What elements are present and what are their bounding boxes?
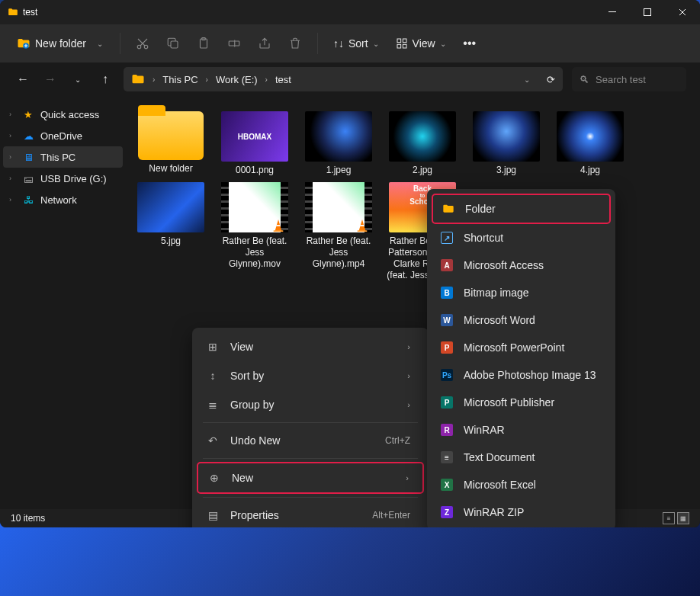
recent-button[interactable]: ⌄ — [69, 70, 87, 88]
close-button[interactable] — [665, 0, 700, 24]
zip-icon: Z — [441, 506, 453, 518]
submenu-item-microsoft-word[interactable]: WMicrosoft Word — [432, 306, 611, 334]
submenu-item-label: Microsoft Access — [464, 259, 597, 271]
file-item[interactable]: 1.jpeg — [300, 108, 377, 179]
sort-icon: ↕ — [206, 369, 220, 383]
menu-item-label: Undo New — [230, 434, 374, 447]
address-box[interactable]: › This PC › Work (E:) › test ⌄ ⟳ — [124, 67, 563, 91]
file-item[interactable]: Rather Be (feat. Jess Glynne).mov — [216, 179, 294, 284]
delete-icon[interactable] — [282, 30, 308, 57]
menu-item-new[interactable]: ⊕New› — [197, 462, 424, 494]
image-thumbnail — [389, 111, 456, 162]
chevron-right-icon[interactable]: › — [9, 132, 16, 139]
copy-icon[interactable] — [160, 30, 186, 57]
submenu-item-folder[interactable]: Folder — [432, 194, 611, 224]
view-button[interactable]: View ⌄ — [390, 37, 452, 50]
details-view-button[interactable]: ≡ — [663, 512, 675, 524]
file-item[interactable]: New folder — [132, 108, 210, 179]
sidebar-item-onedrive[interactable]: ›☁OneDrive — [3, 125, 123, 146]
chevron-right-icon[interactable]: › — [9, 196, 16, 203]
sidebar-item-usb-drive-g-[interactable]: ›🖴USB Drive (G:) — [3, 168, 123, 189]
rar-icon: R — [441, 424, 453, 436]
minimize-button[interactable] — [595, 0, 630, 24]
chevron-right-icon: › — [407, 342, 410, 351]
sort-icon: ↑↓ — [333, 37, 344, 50]
search-icon: 🔍︎ — [580, 74, 589, 85]
svg-rect-12 — [403, 44, 406, 48]
submenu-item-text-document[interactable]: ≡Text Document — [432, 444, 611, 471]
undo-icon: ↶ — [206, 434, 220, 447]
submenu-item-shortcut[interactable]: ↗Shortcut — [432, 224, 611, 252]
svg-rect-10 — [403, 39, 406, 43]
sort-label: Sort — [348, 37, 368, 50]
submenu-item-bitmap-image[interactable]: BBitmap image — [432, 279, 611, 306]
chevron-right-icon[interactable]: › — [9, 175, 16, 182]
menu-item-properties[interactable]: ▤PropertiesAlt+Enter — [197, 501, 424, 527]
submenu-item-microsoft-publisher[interactable]: PMicrosoft Publisher — [432, 389, 611, 416]
menu-item-undo-new[interactable]: ↶Undo NewCtrl+Z — [197, 426, 424, 455]
menu-item-view[interactable]: ⊞View› — [197, 332, 424, 361]
excel-icon: X — [441, 479, 453, 491]
chevron-right-icon: › — [206, 75, 208, 84]
paste-icon[interactable] — [191, 30, 217, 57]
forward-button[interactable]: → — [41, 70, 59, 88]
chevron-down-icon[interactable]: ⌄ — [524, 75, 530, 84]
folder-icon — [138, 111, 204, 160]
file-item[interactable]: 5.jpg — [132, 179, 210, 284]
file-item[interactable]: 4.jpg — [551, 108, 629, 179]
svg-rect-0 — [608, 11, 616, 12]
crumb[interactable]: This PC — [162, 74, 197, 85]
submenu-item-adobe-photoshop-image-13[interactable]: PsAdobe Photoshop Image 13 — [432, 361, 611, 389]
refresh-icon[interactable]: ⟳ — [547, 74, 555, 85]
word-icon: W — [441, 314, 453, 326]
toolbar-divider — [317, 33, 318, 54]
submenu-item-microsoft-powerpoint[interactable]: PMicrosoft PowerPoint — [432, 334, 611, 361]
menu-item-group-by[interactable]: ≣Group by› — [197, 390, 424, 419]
file-item[interactable]: Rather Be (feat. Jess Glynne).mp4 — [300, 179, 377, 284]
sidebar-item-this-pc[interactable]: ›🖥This PC — [3, 146, 123, 168]
rename-icon[interactable] — [221, 30, 247, 57]
submenu-item-label: Microsoft PowerPoint — [464, 341, 597, 354]
up-button[interactable]: ↑ — [96, 70, 114, 88]
crumb[interactable]: test — [275, 74, 291, 85]
menu-item-sort-by[interactable]: ↕Sort by› — [197, 361, 424, 390]
video-thumbnail — [305, 182, 372, 232]
addressbar: ← → ⌄ ↑ › This PC › Work (E:) › test ⌄ ⟳… — [0, 62, 700, 96]
menu-item-label: View — [230, 341, 397, 353]
svg-rect-15 — [358, 230, 368, 232]
svg-rect-5 — [171, 41, 178, 48]
file-item[interactable]: 3.jpg — [467, 108, 545, 179]
more-icon[interactable]: ••• — [457, 30, 483, 57]
sidebar-item-quick-access[interactable]: ›★Quick access — [3, 104, 123, 125]
new-folder-button[interactable]: New folder ⌄ — [9, 30, 111, 57]
submenu-item-winrar-zip[interactable]: ZWinRAR ZIP — [432, 498, 611, 526]
chevron-right-icon: › — [153, 75, 155, 84]
cut-icon[interactable] — [130, 30, 156, 57]
icons-view-button[interactable]: ▦ — [677, 512, 689, 524]
sidebar-item-label: USB Drive (G:) — [40, 173, 107, 184]
submenu-item-label: WinRAR — [464, 424, 597, 436]
toolbar-divider — [120, 33, 120, 54]
share-icon[interactable] — [252, 30, 278, 57]
ps-icon: Ps — [441, 369, 453, 381]
back-button[interactable]: ← — [14, 70, 32, 88]
maximize-button[interactable] — [630, 0, 665, 24]
chevron-down-icon: ⌄ — [440, 40, 446, 48]
file-item[interactable]: 2.jpg — [384, 108, 461, 179]
crumb[interactable]: Work (E:) — [216, 74, 258, 85]
cloud-icon: ☁ — [22, 130, 34, 142]
file-item[interactable]: HBOMAX0001.png — [216, 108, 294, 179]
submenu-item-microsoft-access[interactable]: AMicrosoft Access — [432, 252, 611, 279]
sort-button[interactable]: ↑↓ Sort ⌄ — [327, 37, 385, 50]
menu-shortcut: Ctrl+Z — [385, 435, 410, 446]
chevron-right-icon[interactable]: › — [9, 153, 16, 161]
sidebar-item-label: This PC — [40, 152, 75, 163]
sidebar-item-network[interactable]: ›🖧Network — [3, 189, 123, 210]
submenu-item-winrar[interactable]: RWinRAR — [432, 416, 611, 444]
svg-rect-1 — [644, 9, 651, 16]
submenu-item-microsoft-excel[interactable]: XMicrosoft Excel — [432, 471, 611, 498]
ppt-icon: P — [441, 341, 453, 354]
view-icon — [396, 37, 408, 50]
search-box[interactable]: 🔍︎ Search test — [572, 67, 686, 91]
chevron-right-icon[interactable]: › — [9, 111, 16, 118]
